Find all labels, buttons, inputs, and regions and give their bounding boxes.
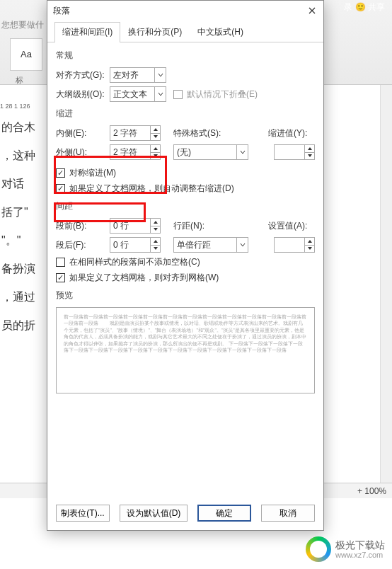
before-label: 段前(B):: [56, 220, 110, 232]
preview-box: 前一段落前一段落前一段落前一段落前一段落前一段落前一段落前一段落前一段落前一段落…: [56, 307, 315, 393]
special-combo[interactable]: (无): [173, 144, 248, 160]
spin-up-icon[interactable]: [151, 126, 160, 134]
chevron-down-icon: [236, 238, 248, 252]
paragraph-dialog: 段落 缩进和间距(I) 换行和分页(P) 中文版式(H) 常规 对齐方式(G):…: [47, 0, 324, 531]
share-label: 录 🙂 共享: [344, 1, 385, 13]
spin-down-icon[interactable]: [151, 246, 160, 253]
indent-value-label: 缩进值(Y):: [268, 127, 315, 139]
tab-asian-typography[interactable]: 中文版式(H): [190, 22, 251, 42]
alignment-label: 对齐方式(G):: [56, 69, 110, 81]
watermark-name: 极光下载站: [335, 539, 385, 551]
no-space-same-style-label: 在相同样式的段落间不添加空格(C): [69, 256, 200, 268]
inside-label: 内侧(E):: [56, 127, 110, 139]
after-label: 段后(F):: [56, 239, 110, 251]
outline-label: 大纲级别(O):: [56, 88, 110, 100]
ruler: 1 28 1 126: [0, 103, 42, 113]
special-label: 特殊格式(S):: [173, 127, 230, 139]
grid-align-label: 如果定义了文档网格，则对齐到网格(W): [69, 272, 219, 284]
section-preview: 预览: [56, 289, 315, 301]
section-spacing: 间距: [56, 200, 315, 212]
spin-up-icon[interactable]: [151, 145, 160, 153]
chevron-down-icon: [154, 68, 166, 82]
section-indent: 缩进: [56, 108, 315, 120]
spin-down-icon[interactable]: [151, 134, 160, 141]
default-collapse-label: 默认情况下折叠(E): [187, 88, 258, 100]
indent-value-spinner[interactable]: [274, 144, 315, 160]
section-general: 常规: [56, 50, 315, 62]
cancel-button[interactable]: 取消: [261, 505, 315, 522]
chevron-down-icon: [154, 87, 166, 101]
spin-down-icon[interactable]: [151, 226, 160, 234]
spin-down-icon[interactable]: [305, 153, 314, 160]
mirror-indent-label: 对称缩进(M): [69, 167, 116, 179]
outline-combo[interactable]: 正文文本: [110, 86, 166, 102]
watermark-url: www.xz7.com: [335, 551, 385, 559]
spin-up-icon[interactable]: [305, 238, 314, 246]
outside-spinner[interactable]: 2 字符: [110, 144, 161, 160]
spin-down-icon[interactable]: [151, 153, 160, 160]
document-body-fragment: 的合木 ，这种 对话 括了" "。" 备扮演 ，通过 员的折: [0, 113, 50, 340]
set-value-label: 设置值(A):: [268, 220, 315, 232]
watermark: 极光下载站 www.xz7.com: [306, 536, 385, 562]
mirror-indent-checkbox[interactable]: [56, 168, 65, 178]
spin-up-icon[interactable]: [151, 219, 160, 226]
tab-indent-spacing[interactable]: 缩进和间距(I): [54, 22, 120, 42]
line-spacing-label: 行距(N):: [173, 220, 230, 232]
spin-up-icon[interactable]: [151, 238, 160, 246]
alignment-combo[interactable]: 左对齐: [110, 67, 166, 83]
before-spinner[interactable]: 0 行: [110, 218, 161, 234]
inside-spinner[interactable]: 2 字符: [110, 125, 161, 141]
tabs-button[interactable]: 制表位(T)...: [56, 505, 110, 522]
watermark-logo-icon: [306, 536, 331, 562]
style-caption: 标: [16, 75, 23, 86]
default-collapse-checkbox: [173, 90, 183, 99]
tab-line-page-breaks[interactable]: 换行和分页(P): [120, 22, 190, 42]
outside-label: 外侧(U):: [56, 146, 110, 159]
close-button[interactable]: [305, 4, 319, 18]
dialog-title: 段落: [53, 5, 70, 17]
grid-align-checkbox[interactable]: [56, 273, 65, 282]
after-spinner[interactable]: 0 行: [110, 237, 161, 253]
line-spacing-combo[interactable]: 单倍行距: [173, 237, 248, 253]
spin-down-icon[interactable]: [305, 246, 314, 253]
zoom-level[interactable]: + 100%: [357, 486, 386, 496]
tell-me-prompt: 您想要做什: [1, 19, 44, 31]
style-sample[interactable]: Aa: [10, 38, 42, 71]
dialog-tabs: 缩进和间距(I) 换行和分页(P) 中文版式(H): [47, 22, 323, 42]
grid-adjust-indent-label: 如果定义了文档网格，则自动调整右缩进(D): [69, 183, 234, 195]
grid-adjust-indent-checkbox[interactable]: [56, 184, 65, 193]
chevron-down-icon: [236, 145, 248, 159]
spin-up-icon[interactable]: [305, 145, 314, 153]
no-space-same-style-checkbox[interactable]: [56, 258, 65, 267]
vertical-scrollbar[interactable]: [380, 85, 392, 483]
set-default-button[interactable]: 设为默认值(D): [120, 505, 188, 522]
set-value-spinner[interactable]: [274, 237, 315, 253]
ok-button[interactable]: 确定: [197, 505, 251, 522]
